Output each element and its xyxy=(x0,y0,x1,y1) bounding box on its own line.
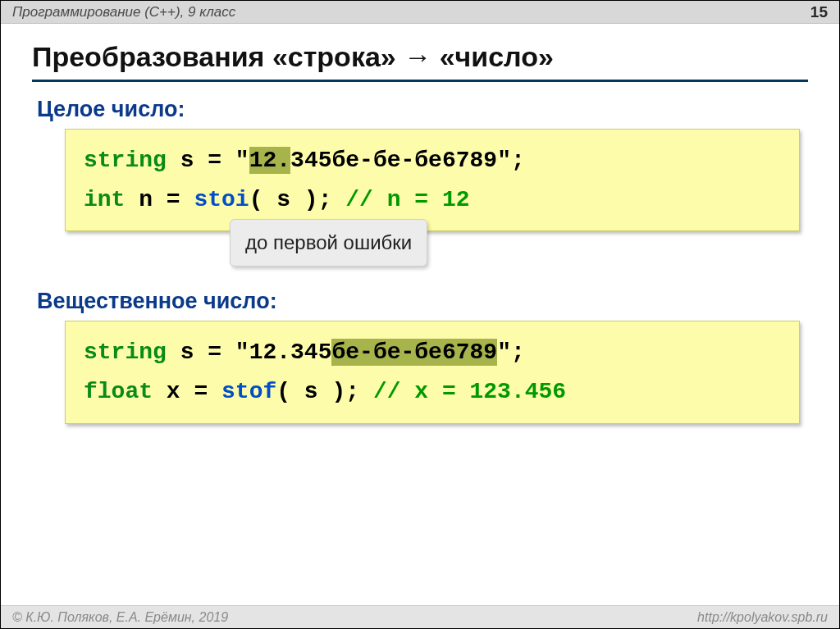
tok-keyword: int xyxy=(84,187,125,212)
tok-keyword: string xyxy=(84,148,167,173)
tok-args: ( s ); xyxy=(249,187,332,212)
code-line-4: float x = stof( s ); // x = 123.456 xyxy=(84,372,781,412)
slide-footer: © К.Ю. Поляков, Е.А. Ерёмин, 2019 http:/… xyxy=(1,605,839,628)
tok-func-stof: stof xyxy=(221,379,276,404)
tok-keyword: string xyxy=(84,340,167,365)
tok-assign: s = xyxy=(167,340,235,365)
callout-note: до первой ошибки xyxy=(230,219,427,267)
tok-keyword: float xyxy=(84,379,153,404)
code-line-1: string s = "12.345бе-бе-бе6789"; xyxy=(84,141,781,180)
tok-comment: // x = 123.456 xyxy=(373,379,566,404)
heading-float: Вещественное число: xyxy=(37,289,808,314)
title-pre: Преобразования «строка» xyxy=(32,41,404,72)
tok-func-stoi: stoi xyxy=(194,187,249,212)
tok-pad xyxy=(359,379,373,404)
tok-pad xyxy=(331,187,345,212)
tok-args: ( s ); xyxy=(276,379,359,404)
slide-title: Преобразования «строка» → «число» xyxy=(32,39,808,82)
tok-quote: " xyxy=(235,148,249,173)
footer-url: http://kpolyakov.spb.ru xyxy=(697,610,828,625)
highlight-stoi-part: 12. xyxy=(249,147,290,174)
title-post: «число» xyxy=(431,41,554,72)
tok-assign: x = xyxy=(153,379,221,404)
tok-string-rest: 345бе-бе-бе6789 xyxy=(290,148,497,173)
code-line-2: int n = stoi( s ); // n = 12 xyxy=(84,180,781,220)
tok-comment: // n = 12 xyxy=(345,187,469,212)
course-label: Программирование (C++), 9 класс xyxy=(12,4,235,21)
code-line-3: string s = "12.345бе-бе-бе6789"; xyxy=(84,333,781,372)
heading-integer: Целое число: xyxy=(37,97,808,122)
code-block-float: string s = "12.345бе-бе-бе6789"; float x… xyxy=(65,321,800,423)
copyright: © К.Ю. Поляков, Е.А. Ерёмин, 2019 xyxy=(12,610,228,625)
tok-quote-end: "; xyxy=(497,340,525,365)
tok-quote-end: "; xyxy=(497,148,525,173)
tok-quote: " xyxy=(235,340,249,365)
code-block-integer: string s = "12.345бе-бе-бе6789"; int n =… xyxy=(65,129,800,231)
highlight-stof-part: бе-бе-бе6789 xyxy=(331,339,497,366)
tok-assign: n = xyxy=(125,187,194,212)
slide-body: Преобразования «строка» → «число» Целое … xyxy=(1,24,839,424)
tok-assign: s = xyxy=(167,148,235,173)
tok-string-plain: 12.345 xyxy=(249,340,332,365)
slide-header: Программирование (C++), 9 класс 15 xyxy=(1,1,839,24)
page-number: 15 xyxy=(810,3,828,21)
arrow-icon: → xyxy=(404,41,431,72)
